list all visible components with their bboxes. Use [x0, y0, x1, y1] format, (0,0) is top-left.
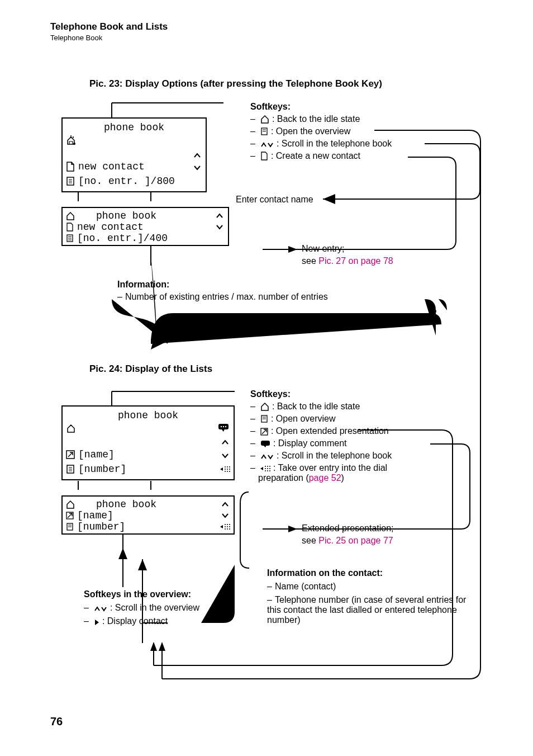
home-icon [66, 135, 76, 145]
fig23-info-heading: Information: [117, 280, 453, 290]
svg-point-64 [225, 528, 226, 530]
chevron-up-icon [216, 213, 223, 219]
svg-point-58 [225, 524, 226, 525]
list-icon [66, 234, 74, 243]
chevron-down-icon [221, 513, 229, 518]
fig23-information-block: Information: –Number of existing entries… [117, 280, 453, 302]
svg-point-46 [227, 469, 228, 470]
svg-marker-20 [138, 559, 147, 570]
comment-icon [218, 423, 229, 432]
svg-point-50 [229, 471, 230, 472]
svg-marker-18 [118, 548, 127, 559]
comment-icon [260, 440, 270, 448]
svg-point-83 [265, 468, 266, 469]
fig24-screen-b: phone book [name] [number] [61, 495, 235, 535]
svg-marker-89 [95, 620, 99, 625]
fig23-info-text: Number of existing entries / max. number… [125, 292, 328, 301]
fig23-screen-b: phone book new contact [no. entr.]/400 [61, 207, 229, 246]
svg-point-24 [73, 143, 75, 145]
fig24-a-line2: [number] [78, 464, 126, 475]
fig24-ov2: : Display contact [102, 616, 168, 626]
header-subsection: Telephone Book [50, 34, 483, 42]
svg-point-60 [229, 524, 230, 525]
fig24-softkeys-block: Softkeys: – : Back to the idle state – :… [250, 389, 474, 485]
fig24-overview-heading: Softkeys in the overview: [84, 589, 246, 599]
fig23-new-entry: New entry; [302, 244, 344, 254]
fig23-enter-contact: Enter contact name [236, 195, 313, 205]
chevron-up-icon [193, 153, 201, 158]
new-page-icon [66, 162, 75, 172]
svg-point-85 [269, 468, 270, 469]
fig24-b-title: phone book [79, 499, 156, 510]
svg-marker-5 [323, 194, 335, 204]
list-icon [66, 464, 75, 474]
fig23-sk1: : Back to the idle state [272, 114, 360, 124]
dial-grid-icon [220, 465, 230, 473]
fig24-sk3: : Open extended presentation [271, 426, 389, 436]
fig24-sk6d: ) [341, 473, 344, 483]
svg-point-48 [225, 471, 226, 472]
svg-point-66 [229, 528, 230, 530]
up-down-chevron-icon [94, 606, 107, 612]
svg-point-47 [229, 469, 230, 470]
fig24-sk6a: : Take over entry into the dial [273, 463, 387, 472]
fig23-b-title: phone book [79, 210, 156, 221]
expand-icon [260, 428, 268, 436]
fig24-a-line1: [name] [78, 449, 115, 460]
list-icon [260, 127, 268, 136]
svg-point-80 [265, 466, 266, 467]
fig24-contact-info-block: Information on the contact: –Name (conta… [267, 568, 479, 625]
svg-rect-77 [261, 441, 270, 446]
fig24-b-line1: [name] [77, 510, 113, 521]
svg-point-65 [227, 528, 228, 530]
svg-point-86 [265, 470, 266, 471]
svg-point-61 [225, 526, 226, 527]
fig24-sk1: : Back to the idle state [272, 401, 360, 411]
new-page-icon [66, 223, 74, 231]
svg-point-84 [267, 468, 268, 469]
svg-marker-78 [263, 445, 266, 447]
svg-point-81 [267, 466, 268, 467]
fig24-a-title: phone book [63, 407, 234, 421]
fig23-b-line1: new contact [77, 221, 144, 233]
up-down-chevron-icon [260, 141, 274, 148]
fig23-sk4: : Create a new contact [271, 151, 360, 160]
svg-point-62 [227, 526, 228, 527]
svg-point-38 [221, 426, 222, 427]
svg-marker-37 [221, 429, 225, 432]
home-icon [260, 402, 269, 411]
fig23-sk3: : Scroll in the telephone book [277, 139, 392, 148]
fig24-ext-pres-link[interactable]: Pic. 25 on page 77 [318, 536, 393, 545]
dial-grid-icon [260, 465, 270, 472]
svg-point-39 [223, 426, 224, 427]
fig23-softkeys-heading: Softkeys: [250, 102, 474, 112]
svg-point-40 [225, 426, 226, 427]
svg-marker-79 [260, 467, 263, 470]
up-down-chevron-icon [260, 453, 274, 460]
chevron-down-icon [216, 224, 223, 230]
expand-icon [66, 450, 75, 459]
fig24-sk6-link[interactable]: page 52 [309, 473, 341, 483]
fig24-screen-a: phone book [name] [number] [61, 405, 235, 480]
home-icon [66, 500, 75, 509]
fig24-b-line2: [number] [77, 521, 125, 532]
fig23-a-line1: new contact [78, 161, 145, 172]
svg-marker-41 [220, 467, 223, 471]
fig23-a-title: phone book [63, 119, 206, 133]
fig24-sk6b: preparation ( [258, 473, 309, 483]
svg-point-59 [227, 524, 228, 525]
fig23-new-entry-link-visible[interactable]: Pic. 27 on page 78 [318, 256, 393, 266]
chevron-down-icon [221, 453, 229, 459]
svg-point-82 [269, 466, 270, 467]
home-icon [66, 211, 75, 220]
fig23-caption: Pic. 23: Display Options (after pressing… [89, 78, 382, 89]
fig24-ext-pres: Extended presentation; [302, 523, 394, 533]
fig24-sk2: : Open overview [271, 414, 336, 423]
svg-point-42 [225, 466, 226, 467]
fig24-softkeys-heading: Softkeys: [250, 389, 474, 399]
list-icon [260, 414, 268, 423]
chevron-down-icon [193, 165, 201, 171]
fig23-sk2: : Open the overview [271, 126, 350, 136]
fig23-screen-a: phone book new contact [no. entr. ]/800 [61, 117, 207, 192]
svg-point-49 [227, 471, 228, 472]
